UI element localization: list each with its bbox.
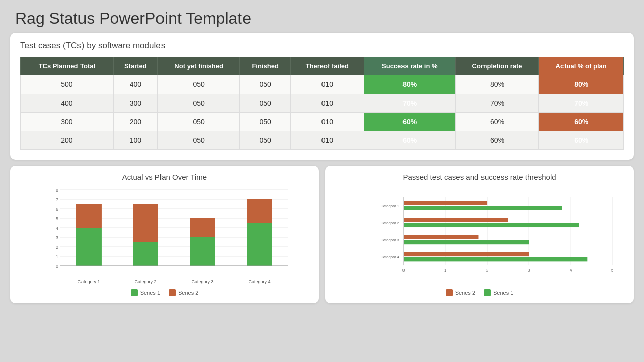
table-cell-success: 60% <box>364 113 455 131</box>
bar-chart-svg: 012345678Category 1Category 2Category 3C… <box>33 186 306 286</box>
table-cell-started: 400 <box>113 75 157 94</box>
table-header-finished: Finished <box>240 57 291 75</box>
svg-text:Category 2: Category 2 <box>134 279 156 284</box>
bar-legend-series2-dot <box>169 289 176 296</box>
svg-text:4: 4 <box>56 226 58 231</box>
svg-text:5: 5 <box>611 268 613 273</box>
table-cell-planned: 500 <box>21 75 114 94</box>
table-cell-not_yet: 050 <box>157 131 239 150</box>
svg-text:Category 1: Category 1 <box>77 279 100 284</box>
svg-text:2: 2 <box>486 268 488 273</box>
svg-text:Category 3: Category 3 <box>381 238 399 242</box>
page-title: Rag Status PowerPoint Template <box>0 0 644 33</box>
svg-text:5: 5 <box>56 216 58 221</box>
table-cell-actual: 80% <box>539 75 624 94</box>
table-cell-not_yet: 050 <box>157 113 239 131</box>
table-cell-finished: 050 <box>240 131 291 150</box>
svg-rect-24 <box>190 237 215 266</box>
svg-rect-45 <box>404 218 508 222</box>
table-cell-failed: 010 <box>290 94 364 113</box>
table-cell-success: 80% <box>364 75 455 94</box>
svg-rect-25 <box>190 218 215 237</box>
table-cell-success: 70% <box>364 94 455 113</box>
svg-rect-47 <box>404 235 478 239</box>
bar-legend-series1-dot <box>131 289 138 296</box>
svg-rect-43 <box>404 201 487 205</box>
table-header-row: TCs Planned TotalStartedNot yet finished… <box>21 57 624 75</box>
table-cell-success: 60% <box>364 131 455 150</box>
table-cell-planned: 300 <box>21 113 114 131</box>
table-cell-not_yet: 050 <box>157 75 239 94</box>
hbar-legend-series2-dot <box>446 289 453 296</box>
table-cell-started: 300 <box>113 94 157 113</box>
bar-chart-area: 012345678Category 1Category 2Category 3C… <box>33 186 306 286</box>
svg-rect-44 <box>404 206 562 210</box>
svg-text:8: 8 <box>56 188 58 193</box>
table-cell-finished: 050 <box>240 94 291 113</box>
table-cell-planned: 200 <box>21 131 114 150</box>
hbar-legend-series1: Series 1 <box>484 289 513 296</box>
svg-rect-27 <box>247 223 272 266</box>
svg-text:0: 0 <box>56 264 58 269</box>
bar-chart-title: Actual vs Plan Over Time <box>18 173 311 182</box>
svg-text:7: 7 <box>56 197 58 202</box>
table-header-completion: Completion rate <box>455 57 539 75</box>
table-cell-failed: 010 <box>290 113 364 131</box>
table-cell-started: 100 <box>113 131 157 150</box>
table-cell-completion: 80% <box>455 75 539 94</box>
hbar-legend-series1-dot <box>484 289 491 296</box>
hbar-legend-series1-label: Series 1 <box>493 290 513 296</box>
hbar-legend-series2-label: Series 2 <box>455 290 475 296</box>
table-cell-not_yet: 050 <box>157 94 239 113</box>
table-cell-completion: 60% <box>455 131 539 150</box>
table-cell-planned: 400 <box>21 94 114 113</box>
svg-text:6: 6 <box>56 207 58 212</box>
svg-rect-49 <box>404 252 529 257</box>
svg-rect-22 <box>133 204 158 242</box>
table-row: 20010005005001060%60%60% <box>21 131 624 150</box>
table-row: 40030005005001070%70%70% <box>21 94 624 113</box>
svg-text:Category 4: Category 4 <box>248 279 270 284</box>
table-cell-started: 200 <box>113 113 157 131</box>
table-header-failed: Thereof failed <box>290 57 364 75</box>
svg-text:Category 4: Category 4 <box>381 255 399 259</box>
table-cell-actual: 70% <box>539 94 624 113</box>
table-header-planned: TCs Planned Total <box>21 57 114 75</box>
charts-row: Actual vs Plan Over Time 012345678Catego… <box>10 166 634 303</box>
hbar-chart-legend: Series 2 Series 1 <box>333 289 626 296</box>
svg-rect-18 <box>76 228 102 266</box>
table-header-success: Success rate in % <box>364 57 455 75</box>
svg-rect-46 <box>404 223 579 227</box>
svg-text:1: 1 <box>56 254 58 259</box>
svg-rect-21 <box>133 242 158 266</box>
svg-text:2: 2 <box>56 245 58 250</box>
table-cell-completion: 60% <box>455 113 539 131</box>
bar-legend-series1-label: Series 1 <box>140 290 160 296</box>
table-cell-failed: 010 <box>290 75 364 94</box>
table-cell-completion: 70% <box>455 94 539 113</box>
hbar-legend-series2: Series 2 <box>446 289 475 296</box>
svg-text:4: 4 <box>570 268 572 273</box>
table-row: 50040005005001080%80%80% <box>21 75 624 94</box>
bar-legend-series1: Series 1 <box>131 289 160 296</box>
table-header-not_yet: Not yet finished <box>157 57 239 75</box>
svg-text:3: 3 <box>56 235 58 240</box>
svg-text:Category 3: Category 3 <box>191 279 213 284</box>
hbar-chart-card: Passed test cases and success rate thres… <box>325 166 634 303</box>
hbar-chart-title: Passed test cases and success rate thres… <box>333 173 626 182</box>
table-cell-finished: 050 <box>240 113 291 131</box>
svg-text:Category 2: Category 2 <box>381 221 399 225</box>
data-table: TCs Planned TotalStartedNot yet finished… <box>20 57 624 150</box>
table-row: 30020005005001060%60%60% <box>21 113 624 131</box>
svg-text:Category 1: Category 1 <box>381 204 399 208</box>
svg-rect-19 <box>76 204 102 228</box>
svg-rect-28 <box>247 199 272 223</box>
svg-rect-48 <box>404 240 529 245</box>
table-card: Test cases (TCs) by software modules TCs… <box>10 33 634 160</box>
table-cell-failed: 010 <box>290 131 364 150</box>
table-header-started: Started <box>113 57 157 75</box>
table-card-title: Test cases (TCs) by software modules <box>20 41 624 51</box>
table-cell-actual: 60% <box>539 131 624 150</box>
bar-legend-series2-label: Series 2 <box>178 290 198 296</box>
bar-legend-series2: Series 2 <box>169 289 198 296</box>
